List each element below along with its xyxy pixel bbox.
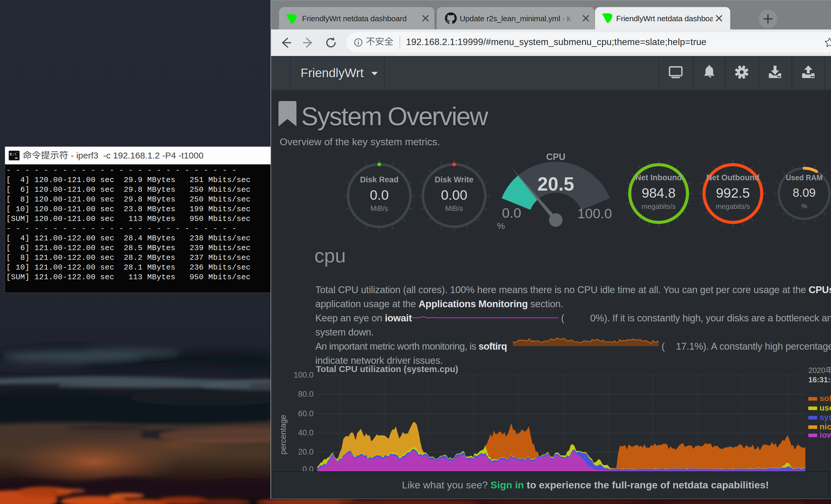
svg-text:C:\: C:\ [10,152,17,157]
